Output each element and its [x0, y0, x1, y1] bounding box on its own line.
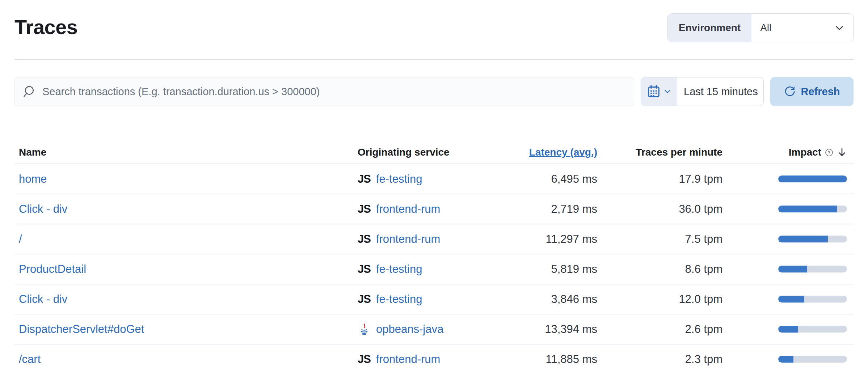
search-input[interactable]: [42, 85, 626, 98]
impact-bar-fill: [778, 356, 793, 363]
service-link[interactable]: fe-testing: [376, 173, 422, 186]
traces-per-minute-cell: 7.5 tpm: [602, 233, 727, 246]
impact-bar-fill: [778, 176, 847, 182]
traces-per-minute-cell: 36.0 tpm: [602, 203, 727, 216]
impact-bar-fill: [778, 206, 837, 212]
environment-selected-option: All: [760, 22, 834, 34]
search-icon: [23, 85, 36, 98]
javascript-agent-icon: JS: [358, 203, 371, 216]
chevron-down-icon: [834, 23, 844, 33]
transaction-name-cell: /cart: [14, 353, 352, 366]
javascript-agent-icon: JS: [358, 353, 371, 366]
refresh-icon: [784, 86, 796, 97]
chevron-down-icon: [663, 88, 671, 96]
column-header-latency[interactable]: Latency (avg.): [515, 147, 602, 158]
originating-service-cell: JSfe-testing: [352, 263, 515, 276]
column-header-traces-per-minute[interactable]: Traces per minute: [602, 147, 727, 158]
time-range-button[interactable]: Last 15 minutes: [677, 77, 763, 106]
transaction-name-cell: Click - div: [14, 293, 352, 306]
traces-per-minute-cell: 8.6 tpm: [602, 263, 727, 276]
table-row: ProductDetailJSfe-testing5,819 ms8.6 tpm: [14, 254, 854, 284]
transaction-name-cell: home: [14, 173, 352, 186]
traces-per-minute-cell: 12.0 tpm: [602, 293, 727, 306]
table-row: /JSfrontend-rum11,297 ms7.5 tpm: [14, 224, 854, 254]
refresh-button[interactable]: Refresh: [770, 77, 854, 106]
column-header-name[interactable]: Name: [14, 147, 352, 158]
environment-select-value[interactable]: All: [751, 14, 853, 42]
header-divider: [14, 59, 854, 60]
javascript-agent-icon: JS: [358, 173, 371, 186]
impact-bar-fill: [778, 236, 828, 242]
date-picker: Last 15 minutes: [641, 77, 764, 106]
environment-select[interactable]: Environment All: [667, 13, 854, 42]
latency-cell: 11,885 ms: [515, 353, 602, 366]
column-header-originating-service[interactable]: Originating service: [352, 147, 515, 158]
transaction-name-link[interactable]: /cart: [19, 353, 41, 365]
traces-table-body: homeJSfe-testing6,495 ms17.9 tpmClick - …: [14, 164, 854, 372]
service-link[interactable]: fe-testing: [376, 263, 422, 276]
transaction-name-link[interactable]: Click - div: [19, 203, 67, 215]
transaction-name-link[interactable]: /: [19, 233, 22, 245]
impact-cell: [727, 206, 854, 212]
impact-bar-track: [778, 296, 847, 303]
latency-cell: 6,495 ms: [515, 173, 602, 186]
traces-per-minute-cell: 2.3 tpm: [602, 353, 727, 366]
transaction-name-link[interactable]: home: [19, 173, 47, 185]
page-title: Traces: [14, 15, 78, 39]
impact-header-label: Impact: [789, 147, 821, 158]
service-link[interactable]: fe-testing: [376, 293, 422, 306]
transaction-name-link[interactable]: ProductDetail: [19, 263, 86, 275]
impact-bar-fill: [778, 296, 804, 303]
traces-page: Traces Environment All: [0, 0, 868, 372]
traces-per-minute-cell: 17.9 tpm: [602, 173, 727, 186]
originating-service-cell: JSfe-testing: [352, 293, 515, 306]
help-question-icon[interactable]: ?: [825, 148, 833, 157]
table-row: homeJSfe-testing6,495 ms17.9 tpm: [14, 164, 854, 194]
transaction-name-cell: DispatcherServlet#doGet: [14, 323, 352, 336]
time-range-value: Last 15 minutes: [684, 86, 758, 98]
impact-cell: [727, 266, 854, 272]
column-header-impact[interactable]: Impact ?: [727, 147, 854, 158]
impact-bar-track: [778, 326, 847, 333]
java-agent-icon: [358, 323, 371, 336]
table-row: DispatcherServlet#doGetopbeans-java13,39…: [14, 314, 854, 344]
service-link[interactable]: opbeans-java: [376, 323, 443, 336]
originating-service-cell: JSfrontend-rum: [352, 233, 515, 246]
originating-service-cell: JSfrontend-rum: [352, 203, 515, 216]
latency-cell: 13,394 ms: [515, 323, 602, 336]
search-controls-bar: Last 15 minutes Refresh: [14, 77, 854, 106]
table-header-row: Name Originating service Latency (avg.) …: [14, 141, 854, 164]
svg-text:?: ?: [828, 150, 831, 155]
originating-service-cell: JSfe-testing: [352, 173, 515, 186]
impact-cell: [727, 236, 854, 242]
refresh-button-label: Refresh: [801, 86, 840, 98]
transaction-name-cell: /: [14, 233, 352, 246]
table-row: /cartJSfrontend-rum11,885 ms2.3 tpm: [14, 344, 854, 372]
latency-cell: 11,297 ms: [515, 233, 602, 246]
javascript-agent-icon: JS: [358, 263, 371, 276]
transaction-name-link[interactable]: Click - div: [19, 293, 67, 305]
date-quick-select-button[interactable]: [641, 77, 677, 106]
impact-cell: [727, 326, 854, 333]
originating-service-cell: JSfrontend-rum: [352, 353, 515, 366]
latency-cell: 5,819 ms: [515, 263, 602, 276]
javascript-agent-icon: JS: [358, 293, 371, 306]
environment-select-label: Environment: [668, 14, 751, 42]
latency-cell: 3,846 ms: [515, 293, 602, 306]
impact-bar-track: [778, 206, 847, 212]
service-link[interactable]: frontend-rum: [376, 233, 440, 246]
transaction-name-link[interactable]: DispatcherServlet#doGet: [19, 323, 144, 335]
service-link[interactable]: frontend-rum: [376, 203, 440, 216]
originating-service-cell: opbeans-java: [352, 323, 515, 336]
impact-cell: [727, 296, 854, 303]
table-row: Click - divJSfe-testing3,846 ms12.0 tpm: [14, 284, 854, 314]
latency-sort-link[interactable]: Latency (avg.): [529, 147, 597, 158]
sort-arrow-down-icon: [837, 147, 847, 157]
impact-bar-track: [778, 266, 847, 272]
impact-cell: [727, 176, 854, 182]
javascript-agent-icon: JS: [358, 233, 371, 246]
search-box[interactable]: [14, 77, 634, 106]
table-row: Click - divJSfrontend-rum2,719 ms36.0 tp…: [14, 194, 854, 224]
service-link[interactable]: frontend-rum: [376, 353, 440, 366]
calendar-icon: [647, 85, 661, 98]
